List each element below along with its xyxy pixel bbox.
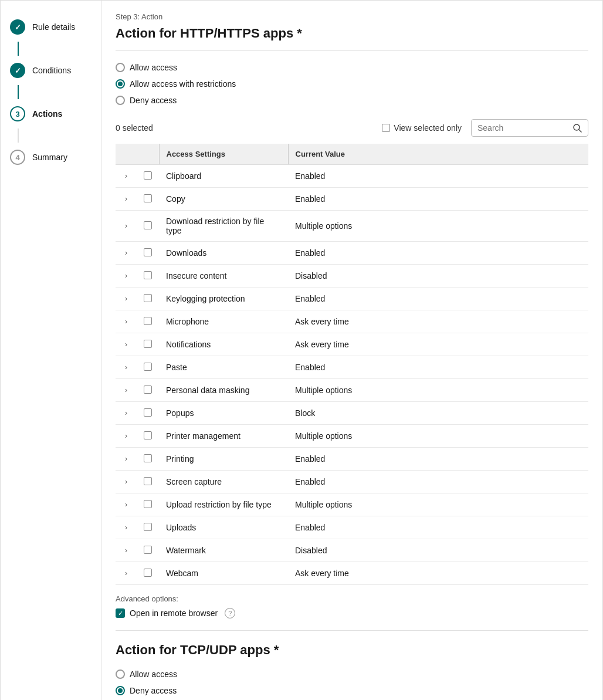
expand-row-button[interactable]: › — [123, 248, 130, 258]
sidebar-item-rule-details[interactable]: ✓ Rule details — [1, 12, 101, 42]
row-checkbox[interactable] — [144, 500, 152, 508]
row-checkbox-cell[interactable] — [137, 516, 159, 539]
row-checkbox-cell[interactable] — [137, 471, 159, 493]
view-selected-label[interactable]: View selected only — [382, 123, 462, 133]
row-chevron[interactable]: › — [116, 379, 137, 402]
expand-row-button[interactable]: › — [123, 194, 130, 204]
row-setting: Keylogging protection — [159, 288, 288, 310]
expand-row-button[interactable]: › — [123, 454, 130, 464]
row-setting: Screen capture — [159, 471, 288, 493]
row-checkbox[interactable] — [144, 454, 152, 462]
step-number-summary: 4 — [15, 153, 19, 162]
expand-row-button[interactable]: › — [123, 171, 130, 181]
view-selected-checkbox[interactable] — [382, 124, 390, 132]
expand-row-button[interactable]: › — [123, 545, 130, 556]
expand-row-button[interactable]: › — [123, 568, 130, 579]
row-checkbox-cell[interactable] — [137, 188, 159, 211]
row-checkbox-cell[interactable] — [137, 425, 159, 448]
search-box[interactable] — [471, 119, 588, 137]
row-chevron[interactable]: › — [116, 493, 137, 516]
row-checkbox-cell[interactable] — [137, 562, 159, 585]
expand-row-button[interactable]: › — [123, 339, 130, 350]
row-checkbox-cell[interactable] — [137, 288, 159, 310]
radio-allow-restrictions[interactable]: Allow access with restrictions — [116, 79, 588, 89]
row-chevron[interactable]: › — [116, 333, 137, 356]
row-checkbox[interactable] — [144, 569, 152, 577]
row-chevron[interactable]: › — [116, 448, 137, 471]
http-section-heading: Action for HTTP/HTTPS apps * — [116, 26, 588, 51]
expand-row-button[interactable]: › — [123, 522, 130, 533]
row-checkbox[interactable] — [144, 363, 152, 371]
sidebar-item-actions[interactable]: 3 Actions — [1, 99, 101, 128]
row-chevron[interactable]: › — [116, 516, 137, 539]
row-chevron[interactable]: › — [116, 165, 137, 188]
th-check — [137, 144, 159, 165]
row-chevron[interactable]: › — [116, 562, 137, 585]
th-chevron — [116, 144, 137, 165]
row-checkbox[interactable] — [144, 248, 152, 256]
row-value: Enabled — [288, 516, 588, 539]
table-row: › Popups Block — [116, 402, 588, 425]
sidebar-item-summary[interactable]: 4 Summary — [1, 143, 101, 172]
row-chevron[interactable]: › — [116, 402, 137, 425]
row-checkbox[interactable] — [144, 431, 152, 439]
row-chevron[interactable]: › — [116, 188, 137, 211]
radio-tcp-deny[interactable]: Deny access — [116, 686, 588, 695]
row-checkbox-cell[interactable] — [137, 165, 159, 188]
row-checkbox[interactable] — [144, 221, 152, 229]
expand-row-button[interactable]: › — [123, 385, 130, 395]
row-checkbox-cell[interactable] — [137, 333, 159, 356]
step-indicator-rule-details: ✓ — [10, 19, 25, 35]
radio-deny[interactable]: Deny access — [116, 96, 588, 105]
radio-allow[interactable]: Allow access — [116, 63, 588, 72]
row-checkbox-cell[interactable] — [137, 493, 159, 516]
row-checkbox[interactable] — [144, 546, 152, 554]
row-checkbox-cell[interactable] — [137, 402, 159, 425]
row-chevron[interactable]: › — [116, 265, 137, 288]
row-checkbox[interactable] — [144, 408, 152, 417]
expand-row-button[interactable]: › — [123, 362, 130, 373]
advanced-options-section: Advanced options: ✓ Open in remote brows… — [116, 594, 588, 618]
row-checkbox-cell[interactable] — [137, 211, 159, 242]
radio-tcp-allow[interactable]: Allow access — [116, 669, 588, 679]
row-chevron[interactable]: › — [116, 242, 137, 265]
expand-row-button[interactable]: › — [123, 431, 130, 441]
row-checkbox[interactable] — [144, 171, 152, 180]
row-checkbox[interactable] — [144, 271, 152, 279]
row-chevron[interactable]: › — [116, 310, 137, 333]
expand-row-button[interactable]: › — [123, 316, 130, 327]
expand-row-button[interactable]: › — [123, 270, 130, 281]
row-checkbox[interactable] — [144, 340, 152, 348]
row-checkbox-cell[interactable] — [137, 448, 159, 471]
row-checkbox[interactable] — [144, 523, 152, 531]
row-checkbox-cell[interactable] — [137, 265, 159, 288]
expand-row-button[interactable]: › — [123, 499, 130, 510]
remote-browser-checkbox[interactable]: ✓ — [116, 608, 125, 618]
row-checkbox[interactable] — [144, 194, 152, 202]
row-checkbox[interactable] — [144, 294, 152, 302]
row-checkbox-cell[interactable] — [137, 242, 159, 265]
row-checkbox-cell[interactable] — [137, 356, 159, 379]
row-chevron[interactable]: › — [116, 425, 137, 448]
row-checkbox[interactable] — [144, 385, 152, 394]
remote-browser-option[interactable]: ✓ Open in remote browser ? — [116, 608, 588, 618]
sidebar-item-conditions[interactable]: ✓ Conditions — [1, 56, 101, 85]
row-chevron[interactable]: › — [116, 211, 137, 242]
sidebar-label-conditions: Conditions — [32, 66, 71, 75]
row-checkbox-cell[interactable] — [137, 310, 159, 333]
row-chevron[interactable]: › — [116, 471, 137, 493]
row-checkbox-cell[interactable] — [137, 539, 159, 562]
row-checkbox[interactable] — [144, 317, 152, 325]
expand-row-button[interactable]: › — [123, 221, 130, 231]
row-chevron[interactable]: › — [116, 356, 137, 379]
row-chevron[interactable]: › — [116, 288, 137, 310]
expand-row-button[interactable]: › — [123, 293, 130, 304]
expand-row-button[interactable]: › — [123, 476, 130, 487]
row-setting: Paste — [159, 356, 288, 379]
row-checkbox[interactable] — [144, 477, 152, 485]
help-icon[interactable]: ? — [225, 608, 235, 618]
row-chevron[interactable]: › — [116, 539, 137, 562]
row-checkbox-cell[interactable] — [137, 379, 159, 402]
search-input[interactable] — [477, 123, 569, 133]
expand-row-button[interactable]: › — [123, 408, 130, 418]
